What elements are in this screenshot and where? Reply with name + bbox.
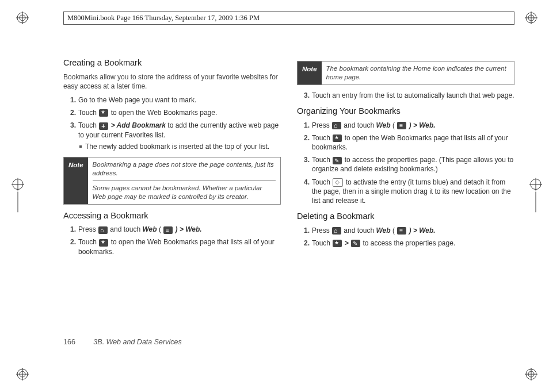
step-text: Touch [78, 121, 98, 129]
note-body: Bookmarking a page does not store the pa… [88, 157, 280, 204]
gt-arrow: ) > [409, 121, 420, 129]
gt-arrow: > [345, 239, 350, 247]
web-label: Web. [185, 225, 201, 233]
step: 3. Touch to access the properties page. … [304, 155, 514, 174]
web-icon [163, 226, 173, 234]
gt-arrow: > [111, 121, 117, 129]
heading-organizing: Organizing Your Bookmarks [297, 106, 514, 117]
note-text: Some pages cannot be bookmarked. Whether… [93, 184, 276, 201]
add-bookmark-label: Add Bookmark [117, 121, 166, 129]
note-body: The bookmark containing the Home icon in… [322, 62, 514, 84]
print-header: M800Mini.book Page 166 Thursday, Septemb… [63, 11, 514, 25]
page-body: Creating a Bookmark Bookmarks allow you … [63, 57, 514, 352]
web-label: Web. [419, 121, 435, 129]
step-text: and touch [344, 121, 376, 129]
web-label: Web [142, 225, 157, 233]
heading-accessing: Accessing a Bookmark [63, 210, 281, 222]
step: 1. Press and touch Web ( ) > Web. [70, 225, 281, 234]
step: 1. Press and touch Web ( ) > Web. [304, 226, 514, 235]
step: 2. Touch to open the Web Bookmarks page … [304, 133, 514, 152]
step: 1.Go to the Web page you want to mark. [70, 95, 281, 105]
note-box-a: Note Bookmarking a page does not store t… [63, 157, 281, 205]
crop-mark-bl [16, 368, 29, 381]
bookmark-icon [99, 109, 108, 117]
edit-icon [351, 240, 360, 247]
step-text: Touch an entry from the list to automati… [312, 91, 514, 99]
bookmark-icon [99, 239, 108, 247]
gt-arrow: ) > [409, 226, 420, 235]
step-text: to access the properties page. [363, 239, 455, 247]
step: 4. Touch to activate the entry (it turns… [304, 178, 514, 206]
web-icon [397, 227, 406, 235]
deleting-steps: 1. Press and touch Web ( ) > Web. 2. Tou… [297, 226, 514, 248]
edit-icon [333, 157, 342, 164]
step-text: Touch [78, 109, 98, 117]
note-label: Note [298, 62, 322, 84]
step-text: and touch [344, 226, 376, 235]
crop-mark-br [525, 368, 537, 381]
add-icon [99, 122, 108, 130]
web-icon [397, 122, 406, 129]
crop-mark-tl [16, 11, 29, 24]
left-column: Creating a Bookmark Bookmarks allow you … [63, 57, 281, 262]
step-text: to open the Web Bookmarks page. [111, 109, 218, 117]
section-label: 3B. Web and Data Services [93, 338, 181, 346]
step: 3.Touch an entry from the list to automa… [304, 91, 514, 100]
gt-arrow: ) > [176, 225, 186, 233]
print-header-text: M800Mini.book Page 166 Thursday, Septemb… [67, 14, 260, 22]
step: 2. Touch to open the Web Bookmarks page … [70, 237, 281, 256]
home-icon [332, 227, 341, 235]
note-label: Note [64, 157, 88, 204]
bookmark-icon [333, 240, 342, 247]
step-text: Touch [78, 238, 98, 246]
right-column: Note The bookmark containing the Home ic… [297, 57, 514, 262]
organizing-steps: 1. Press and touch Web ( ) > Web. 2. Tou… [297, 121, 514, 206]
web-label: Web [376, 226, 390, 235]
step-text: Go to the Web page you want to mark. [78, 96, 196, 104]
step-text: Press [78, 225, 98, 233]
side-mark-right [529, 178, 542, 214]
substep: The newly added bookmark is inserted at … [78, 142, 281, 151]
web-label: Web [376, 121, 390, 129]
step-text: ( [159, 225, 163, 233]
step-text: to access the properties page. (This pag… [312, 156, 513, 173]
step-text: Press [312, 226, 331, 235]
step-text: Touch [312, 178, 332, 186]
note-box-b: Note The bookmark containing the Home ic… [297, 61, 514, 85]
drag-icon [333, 178, 343, 187]
home-icon [332, 122, 341, 129]
heading-deleting: Deleting a Bookmark [297, 211, 514, 222]
creating-steps: 1.Go to the Web page you want to mark. 2… [63, 95, 281, 151]
accessing-cont: 3.Touch an entry from the list to automa… [297, 91, 514, 100]
note-text: Bookmarking a page does not store the pa… [93, 160, 276, 178]
step: 1. Press and touch Web ( ) > Web. [304, 121, 514, 130]
step-text: to add the currently active web page to … [78, 121, 279, 139]
page-number: 166 [63, 338, 75, 346]
page-footer: 166 3B. Web and Data Services [63, 338, 182, 346]
step: 2. Touch > to access the properties page… [304, 239, 514, 248]
step-text: Press [312, 121, 331, 129]
step-text: Touch [312, 239, 332, 247]
step-text: ( [392, 121, 396, 129]
step: 2. Touch to open the Web Bookmarks page. [70, 108, 281, 117]
step-text: ( [392, 226, 396, 235]
heading-creating: Creating a Bookmark [63, 57, 281, 69]
step: 3. Touch > Add Bookmark to add the curre… [70, 121, 281, 151]
web-label: Web. [419, 226, 435, 235]
crop-mark-tr [525, 11, 537, 24]
step-text: and touch [110, 225, 142, 233]
bookmark-icon [333, 134, 342, 142]
accessing-steps: 1. Press and touch Web ( ) > Web. 2. Tou… [63, 225, 281, 256]
home-icon [98, 226, 108, 234]
intro-para: Bookmarks allow you to store the address… [63, 72, 281, 91]
note-separator [93, 180, 276, 181]
step-text: Touch [312, 156, 332, 164]
side-mark-left [12, 178, 24, 214]
step-text: Touch [312, 134, 332, 142]
